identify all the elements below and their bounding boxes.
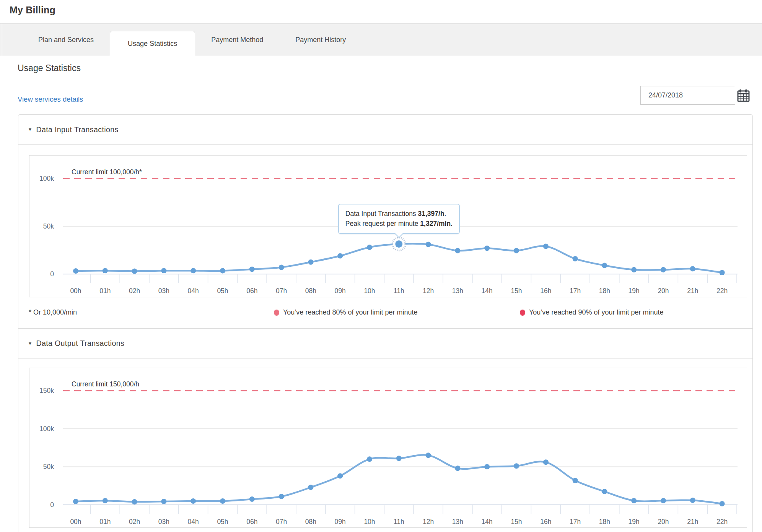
legend-dot-90-icon	[520, 310, 525, 316]
svg-text:10h: 10h	[364, 518, 375, 526]
svg-text:04h: 04h	[188, 518, 199, 526]
chart-legend-row: * Or 10,000/min You’ve reached 80% of yo…	[18, 297, 752, 328]
data-output-section-title: Data Output Transactions	[36, 339, 124, 348]
chart-tooltip: Data Input Transactions 31,397/h. Peak r…	[338, 204, 460, 234]
data-output-chart[interactable]: 050k100k150k00h01h02h03h04h05h06h07h08h0…	[29, 368, 747, 528]
data-input-section-title: Data Input Transactions	[36, 125, 118, 134]
svg-text:10h: 10h	[364, 287, 375, 295]
calendar-icon[interactable]	[737, 88, 750, 102]
svg-text:17h: 17h	[570, 287, 581, 295]
date-input[interactable]	[640, 86, 735, 105]
svg-text:18h: 18h	[599, 518, 610, 526]
svg-text:0: 0	[50, 501, 54, 509]
svg-text:21h: 21h	[687, 518, 698, 526]
collapse-caret-icon: ▾	[29, 126, 31, 132]
svg-text:17h: 17h	[570, 518, 581, 526]
svg-text:16h: 16h	[540, 287, 551, 295]
legend-90-percent: You’ve reached 90% of your limit per min…	[520, 308, 664, 316]
svg-text:09h: 09h	[335, 287, 346, 295]
svg-text:11h: 11h	[394, 518, 404, 526]
svg-text:50k: 50k	[43, 463, 54, 470]
svg-text:20h: 20h	[658, 518, 669, 526]
section-heading: Usage Statistics	[18, 63, 81, 73]
svg-text:Current limit 100,000/h*: Current limit 100,000/h*	[72, 168, 142, 176]
svg-text:07h: 07h	[276, 287, 287, 295]
left-divider	[2, 0, 2, 532]
data-input-chart[interactable]: Data Input Transactions 31,397/h. Peak r…	[29, 155, 747, 297]
svg-text:00h: 00h	[70, 287, 81, 295]
tab-payment-history[interactable]: Payment History	[279, 24, 362, 56]
svg-text:03h: 03h	[158, 287, 169, 295]
tab-plan-and-services[interactable]: Plan and Services	[22, 24, 110, 56]
tab-bar: Plan and Services Usage Statistics Payme…	[0, 24, 762, 56]
svg-text:19h: 19h	[628, 287, 640, 295]
legend-80-percent: You’ve reached 80% of your limit per min…	[274, 308, 418, 316]
svg-text:00h: 00h	[70, 518, 81, 526]
svg-text:06h: 06h	[246, 287, 257, 295]
svg-text:15h: 15h	[511, 287, 522, 295]
svg-text:06h: 06h	[246, 518, 257, 526]
usage-panel: ▾ Data Input Transactions Data Input Tra…	[18, 114, 753, 532]
legend-90-label: You’ve reached 90% of your limit per min…	[529, 308, 664, 316]
svg-text:04h: 04h	[188, 287, 199, 295]
svg-text:14h: 14h	[482, 518, 493, 526]
legend-dot-80-icon	[274, 310, 279, 316]
svg-text:05h: 05h	[217, 287, 228, 295]
svg-text:12h: 12h	[423, 518, 434, 526]
data-input-section-header[interactable]: ▾ Data Input Transactions	[18, 115, 752, 145]
data-output-section-header[interactable]: ▾ Data Output Transactions	[18, 328, 752, 358]
legend-80-label: You’ve reached 80% of your limit per min…	[283, 308, 418, 316]
svg-text:13h: 13h	[452, 287, 463, 295]
limit-footnote: * Or 10,000/min	[29, 308, 77, 316]
svg-text:100k: 100k	[39, 425, 54, 433]
collapse-caret-icon: ▾	[29, 340, 31, 346]
svg-text:14h: 14h	[482, 287, 493, 295]
svg-text:100k: 100k	[39, 175, 54, 182]
svg-text:Current limit 150,000/h: Current limit 150,000/h	[72, 380, 139, 388]
tooltip-line-2: Peak request per minute 1,327/min.	[345, 219, 453, 229]
tab-content: Usage Statistics View services details ▾…	[7, 56, 762, 532]
svg-text:50k: 50k	[43, 222, 54, 230]
billing-page: My Billing Plan and Services Usage Stati…	[0, 0, 762, 532]
svg-text:15h: 15h	[511, 518, 522, 526]
svg-text:02h: 02h	[129, 287, 140, 295]
svg-text:20h: 20h	[658, 287, 669, 295]
tooltip-line-1: Data Input Transactions 31,397/h.	[345, 209, 453, 219]
svg-text:01h: 01h	[99, 518, 111, 526]
view-services-details-link[interactable]: View services details	[18, 95, 83, 104]
page-title: My Billing	[10, 5, 55, 16]
svg-text:01h: 01h	[99, 287, 111, 295]
svg-text:09h: 09h	[335, 518, 346, 526]
svg-text:03h: 03h	[158, 518, 169, 526]
svg-text:16h: 16h	[540, 518, 551, 526]
svg-text:08h: 08h	[305, 287, 316, 295]
svg-text:12h: 12h	[423, 287, 434, 295]
svg-text:02h: 02h	[129, 518, 140, 526]
svg-text:22h: 22h	[716, 518, 728, 526]
tab-payment-method[interactable]: Payment Method	[195, 24, 279, 56]
svg-text:21h: 21h	[687, 287, 698, 295]
top-header: My Billing	[0, 0, 762, 24]
svg-text:22h: 22h	[716, 287, 728, 295]
svg-text:18h: 18h	[599, 287, 610, 295]
svg-text:07h: 07h	[276, 518, 287, 526]
svg-text:05h: 05h	[217, 518, 228, 526]
svg-text:19h: 19h	[628, 518, 640, 526]
svg-text:150k: 150k	[39, 387, 54, 394]
tab-usage-statistics[interactable]: Usage Statistics	[110, 31, 195, 56]
svg-text:13h: 13h	[452, 518, 463, 526]
svg-text:11h: 11h	[394, 287, 404, 295]
svg-text:0: 0	[50, 270, 54, 278]
svg-text:08h: 08h	[305, 518, 316, 526]
